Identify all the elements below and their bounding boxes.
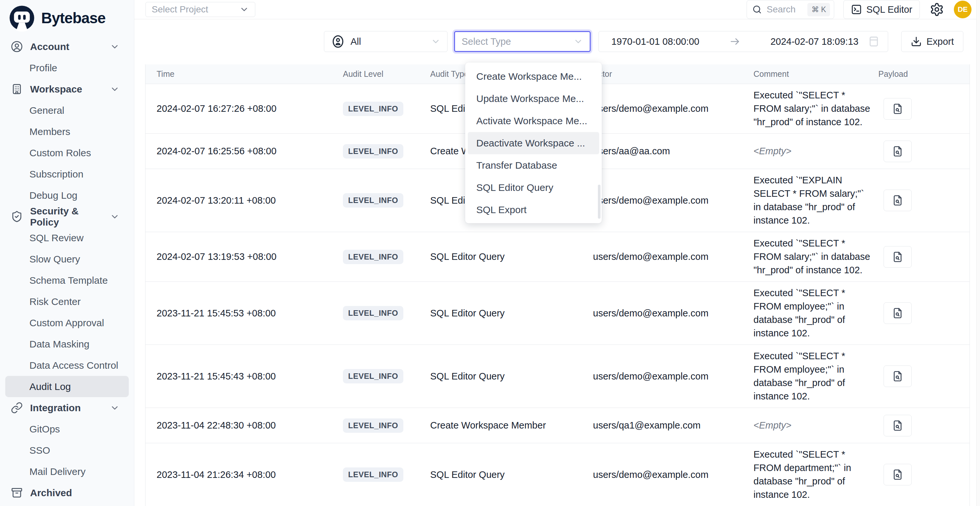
cell-comment: Executed `"SELECT * FROM salary;"` in da… (754, 232, 878, 282)
payload-view-button[interactable] (884, 302, 912, 324)
topbar: Select Project Search ⌘ K SQL Editor DE (134, 0, 980, 19)
column-header-time: Time (145, 69, 343, 79)
cell-actor: users/demo@example.com (593, 371, 754, 382)
dropdown-scrollbar-thumb[interactable] (598, 185, 600, 219)
search-placeholder: Search (767, 4, 803, 15)
building-icon (11, 83, 23, 95)
chevron-down-icon (573, 37, 583, 46)
sql-editor-button[interactable]: SQL Editor (843, 0, 920, 19)
cell-time: 2023-11-21 15:45:53 +08:00 (145, 308, 343, 319)
cell-time: 2024-02-07 16:27:26 +08:00 (145, 103, 343, 114)
brand-name: Bytebase (41, 9, 106, 27)
table-row: 2023-11-04 22:48:30 +08:00 LEVEL_INFO Cr… (145, 408, 970, 443)
date-range-picker[interactable]: 1970-01-01 08:00:00 2024-02-07 18:09:13 (598, 31, 888, 52)
payload-view-button[interactable] (884, 415, 912, 436)
actor-filter-value: All (350, 36, 426, 47)
download-icon (911, 36, 922, 47)
sidebar-section-workspace[interactable]: Workspace (5, 78, 129, 100)
sidebar-item-debug-log[interactable]: Debug Log (5, 185, 129, 206)
payload-view-button[interactable] (884, 246, 912, 268)
menu-item-sql-editor-query[interactable]: SQL Editor Query (468, 177, 599, 199)
chevron-down-icon (239, 5, 249, 14)
sidebar-section-security-policy[interactable]: Security & Policy (5, 206, 129, 227)
audit-type-dropdown-menu: Create Workspace Me... Update Workspace … (465, 62, 602, 223)
sidebar-item-general[interactable]: General (5, 100, 129, 121)
sidebar-item-gitops[interactable]: GitOps (5, 418, 129, 440)
actor-filter-select[interactable]: All (324, 31, 447, 52)
menu-item-deactivate-workspace-member[interactable]: Deactivate Workspace ... (468, 132, 599, 154)
sidebar-item-schema-template[interactable]: Schema Template (5, 270, 129, 291)
terminal-icon (851, 4, 862, 15)
column-header-comment: Comment (754, 69, 878, 79)
chevron-down-icon (110, 42, 119, 52)
menu-item-sql-export[interactable]: SQL Export (468, 199, 599, 221)
chevron-down-icon (431, 37, 441, 46)
audit-level-badge: LEVEL_INFO (343, 193, 403, 208)
payload-view-button[interactable] (884, 464, 912, 485)
sidebar-section-label: Security & Policy (30, 205, 103, 228)
sidebar-section-account[interactable]: Account (5, 36, 129, 57)
cell-actor: users/aa@aa.com (593, 146, 754, 157)
user-avatar[interactable]: DE (954, 1, 972, 18)
search-shortcut-kbd: ⌘ K (807, 3, 830, 16)
payload-view-button[interactable] (884, 98, 912, 119)
cell-time: 2024-02-07 13:19:53 +08:00 (145, 251, 343, 262)
sidebar-section-label: Archived (30, 487, 119, 498)
sidebar-item-data-masking[interactable]: Data Masking (5, 333, 129, 355)
audit-level-badge: LEVEL_INFO (343, 468, 403, 482)
cell-audit-type: Create Workspace Member (430, 420, 593, 431)
cell-comment: Executed `"SELECT * FROM employee;"` in … (754, 345, 878, 407)
audit-level-badge: LEVEL_INFO (343, 144, 403, 159)
audit-level-badge: LEVEL_INFO (343, 369, 403, 383)
arrow-right-icon (703, 36, 767, 47)
sidebar-item-subscription[interactable]: Subscription (5, 164, 129, 185)
calendar-icon (867, 35, 880, 48)
cell-actor: users/demo@example.com (593, 469, 754, 480)
menu-item-update-workspace-member[interactable]: Update Workspace Me... (468, 88, 599, 110)
sidebar-section-label: Account (30, 41, 103, 52)
audit-level-badge: LEVEL_INFO (343, 250, 403, 264)
cell-time: 2023-11-21 15:45:43 +08:00 (145, 371, 343, 382)
search-icon (752, 5, 762, 14)
column-header-actor: Actor (593, 69, 754, 79)
sidebar-item-risk-center[interactable]: Risk Center (5, 291, 129, 312)
sidebar-item-sql-review[interactable]: SQL Review (5, 227, 129, 248)
type-filter-placeholder: Select Type (461, 36, 573, 47)
page-scrollbar[interactable] (977, 0, 980, 506)
payload-view-button[interactable] (884, 140, 912, 162)
export-label: Export (926, 36, 954, 47)
payload-view-button[interactable] (884, 366, 912, 387)
chevron-down-icon (110, 212, 119, 222)
search-input[interactable]: Search ⌘ K (747, 0, 834, 19)
sidebar-item-data-access-control[interactable]: Data Access Control (5, 355, 129, 376)
payload-view-button[interactable] (884, 189, 912, 211)
sidebar: Bytebase Account Profile Workspace Gener… (0, 0, 134, 506)
sidebar-item-custom-roles[interactable]: Custom Roles (5, 142, 129, 164)
cell-time: 2024-02-07 16:25:56 +08:00 (145, 146, 343, 157)
settings-gear-icon[interactable] (929, 2, 945, 18)
menu-item-activate-workspace-member[interactable]: Activate Workspace Me... (468, 110, 599, 132)
export-button[interactable]: Export (901, 31, 963, 52)
table-row: 2023-11-21 15:45:43 +08:00 LEVEL_INFO SQ… (145, 345, 970, 408)
sidebar-item-mail-delivery[interactable]: Mail Delivery (5, 461, 129, 482)
shield-check-icon (11, 210, 23, 223)
menu-item-create-workspace-member[interactable]: Create Workspace Me... (468, 65, 599, 88)
menu-item-transfer-database[interactable]: Transfer Database (468, 154, 599, 177)
sidebar-item-profile[interactable]: Profile (5, 57, 129, 78)
project-select[interactable]: Select Project (145, 2, 255, 17)
sidebar-section-label: Workspace (30, 84, 103, 95)
sidebar-item-slow-query[interactable]: Slow Query (5, 248, 129, 270)
cell-comment: <Empty> (754, 414, 878, 437)
date-to-value[interactable]: 2024-02-07 18:09:13 (770, 36, 858, 47)
sidebar-item-members[interactable]: Members (5, 121, 129, 142)
sidebar-nav: Account Profile Workspace General Member… (0, 33, 134, 503)
brand-logo[interactable]: Bytebase (0, 0, 134, 33)
sidebar-item-audit-log[interactable]: Audit Log (5, 376, 129, 397)
sidebar-section-archived[interactable]: Archived (5, 482, 129, 503)
date-from-value[interactable]: 1970-01-01 08:00:00 (611, 36, 699, 47)
sidebar-item-custom-approval[interactable]: Custom Approval (5, 312, 129, 333)
type-filter-select[interactable]: Select Type (454, 31, 591, 52)
sidebar-item-sso[interactable]: SSO (5, 440, 129, 461)
sidebar-section-integration[interactable]: Integration (5, 397, 129, 418)
cell-time: 2023-11-04 22:48:30 +08:00 (145, 420, 343, 431)
